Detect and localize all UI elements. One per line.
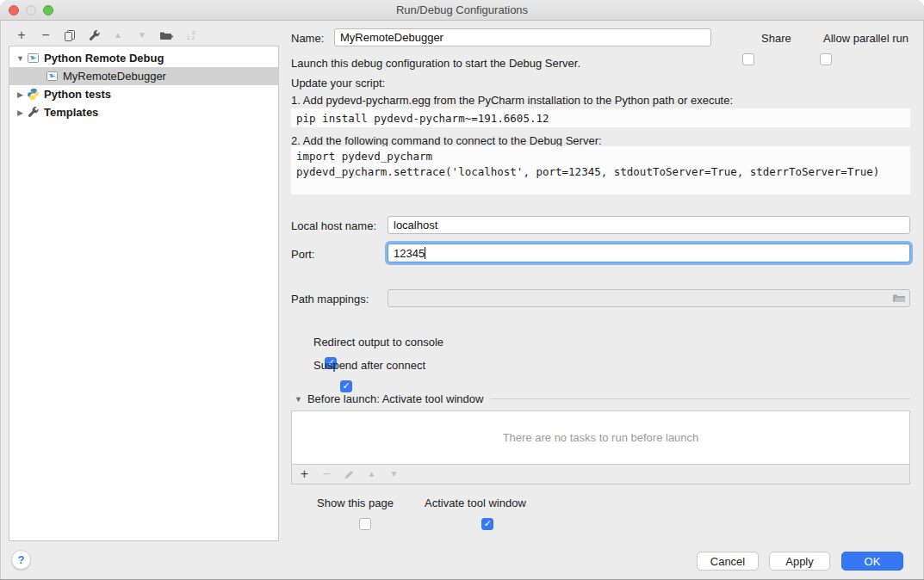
minus-icon: − — [323, 467, 331, 481]
sort-configurations-button[interactable]: ↓az — [181, 27, 200, 44]
help-button[interactable]: ? — [11, 550, 31, 570]
tree-item-label: Python Remote Debug — [44, 52, 164, 65]
tree-item-label: MyRemoteDebugger — [63, 70, 166, 83]
tree-item-label: Python tests — [44, 88, 111, 101]
allow-parallel-run-checkbox[interactable] — [820, 53, 832, 65]
move-down-button[interactable]: ▼ — [133, 27, 152, 44]
configurations-toolbar: + − ▲ ▼ ↓az — [12, 26, 200, 45]
run-debug-configurations-dialog: Run/Debug Configurations + − ▲ ▼ ↓az — [0, 0, 924, 580]
pencil-icon — [344, 469, 355, 480]
name-input[interactable] — [334, 28, 711, 46]
tree-item-python-remote-debug[interactable]: ▼ Python Remote Debug — [9, 49, 278, 67]
move-up-button[interactable]: ▲ — [109, 27, 127, 44]
edit-task-button[interactable] — [342, 466, 357, 483]
tree-item-python-tests[interactable]: ▶ Python tests — [9, 85, 278, 103]
tree-item-templates[interactable]: ▶ Templates — [9, 103, 278, 121]
help-icon: ? — [18, 553, 25, 566]
activate-tool-window-label: Activate tool window — [425, 497, 526, 509]
arrow-up-icon: ▲ — [114, 31, 122, 40]
chevron-down-icon[interactable]: ▼ — [295, 395, 302, 404]
move-task-down-button[interactable]: ▼ — [387, 466, 401, 483]
new-folder-icon — [159, 29, 173, 41]
show-this-page-checkbox[interactable] — [359, 518, 371, 530]
instruction-line-1: Launch this debug configuration to start… — [291, 57, 580, 70]
zoom-window-button[interactable] — [43, 5, 53, 15]
plus-icon: + — [301, 467, 308, 481]
create-folder-button[interactable] — [157, 27, 176, 44]
instruction-step-1: 1. Add pydevd-pycharm.egg from the PyCha… — [291, 94, 733, 107]
suspend-after-connect-label: Suspend after connect — [313, 359, 425, 372]
remove-task-button[interactable]: − — [319, 466, 334, 483]
before-launch-task-list[interactable]: There are no tasks to run before launch — [291, 410, 910, 465]
run-configuration-icon — [27, 52, 40, 65]
check-icon: ✓ — [484, 518, 492, 529]
check-icon: ✓ — [342, 380, 350, 392]
suspend-after-connect-checkbox[interactable]: ✓ — [340, 380, 352, 392]
sort-az-icon: ↓az — [185, 30, 195, 41]
port-input[interactable] — [388, 244, 910, 262]
add-task-button[interactable]: + — [297, 466, 312, 483]
allow-parallel-run-label: Allow parallel run — [823, 32, 908, 45]
pip-install-code: pip install pydevd-pycharm~=191.6605.12 — [291, 108, 910, 127]
redirect-output-label: Redirect output to console — [313, 336, 443, 349]
window-title: Run/Debug Configurations — [396, 3, 528, 16]
apply-button[interactable]: Apply — [769, 552, 830, 571]
name-label: Name: — [291, 32, 324, 45]
close-window-button[interactable] — [9, 5, 19, 15]
share-checkbox-label: Share — [761, 32, 791, 45]
tree-item-label: Templates — [44, 106, 98, 119]
before-launch-title: Before launch: Activate tool window — [307, 392, 484, 405]
run-configuration-icon — [46, 70, 59, 83]
title-bar[interactable]: Run/Debug Configurations — [0, 0, 924, 21]
arrow-up-icon: ▲ — [368, 470, 376, 478]
settrace-code: import pydevd_pycharm pydevd_pycharm.set… — [291, 146, 910, 194]
minus-icon: − — [41, 28, 49, 42]
tree-item-myremotedebugger[interactable]: MyRemoteDebugger — [9, 67, 278, 85]
section-divider — [490, 398, 910, 399]
text-caret — [425, 247, 425, 259]
arrow-down-icon: ▼ — [390, 470, 399, 478]
remove-configuration-button[interactable]: − — [36, 27, 55, 44]
browse-folder-icon[interactable] — [892, 292, 906, 304]
path-mappings-input[interactable] — [388, 289, 910, 307]
minimize-window-button — [26, 5, 36, 15]
path-mappings-label: Path mappings: — [291, 293, 369, 305]
instruction-line-2: Update your script: — [291, 77, 385, 89]
share-checkbox[interactable] — [742, 53, 754, 65]
chevron-right-icon[interactable]: ▶ — [14, 108, 27, 117]
edit-templates-button[interactable] — [84, 27, 103, 44]
copy-configuration-button[interactable] — [60, 27, 79, 44]
before-launch-toolbar: + − ▲ ▼ — [291, 465, 910, 484]
show-this-page-label: Show this page — [317, 497, 394, 509]
python-icon — [27, 88, 40, 101]
instruction-step-2: 2. Add the following command to connect … — [291, 134, 602, 147]
ok-button[interactable]: OK — [841, 552, 903, 571]
empty-tasks-message: There are no tasks to run before launch — [503, 431, 699, 444]
arrow-down-icon: ▼ — [138, 31, 146, 40]
add-configuration-button[interactable]: + — [12, 27, 31, 44]
port-label: Port: — [291, 248, 314, 261]
move-task-up-button[interactable]: ▲ — [364, 466, 379, 483]
wrench-icon — [27, 106, 40, 119]
cancel-button[interactable]: Cancel — [697, 552, 759, 571]
before-launch-header[interactable]: ▼ Before launch: Activate tool window — [295, 392, 910, 405]
wrench-icon — [88, 29, 101, 42]
copy-icon — [64, 29, 76, 41]
local-host-name-input[interactable] — [388, 216, 910, 234]
chevron-down-icon[interactable]: ▼ — [14, 54, 27, 63]
chevron-right-icon[interactable]: ▶ — [14, 90, 27, 99]
plus-icon: + — [17, 28, 25, 42]
local-host-name-label: Local host name: — [291, 219, 376, 232]
configurations-tree: ▼ Python Remote Debug MyRemoteDebugger ▶ — [9, 46, 279, 541]
activate-tool-window-checkbox[interactable]: ✓ — [481, 518, 493, 530]
